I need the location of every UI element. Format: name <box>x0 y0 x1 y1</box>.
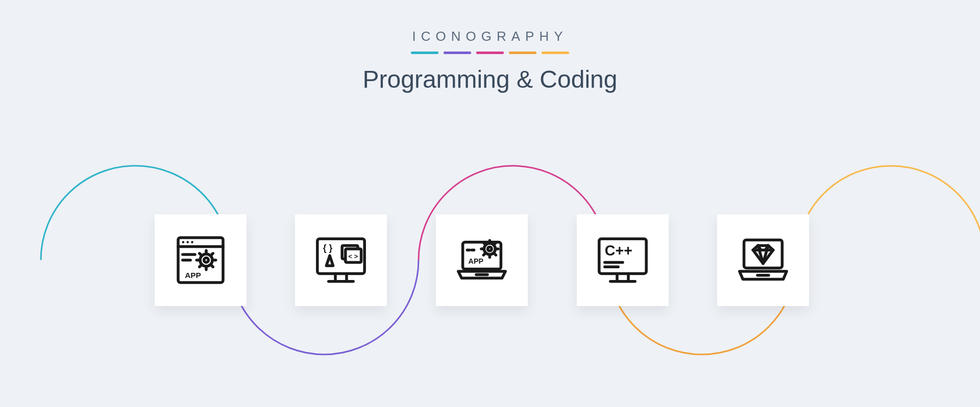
icon-3-text: APP <box>469 257 484 265</box>
svg-point-8 <box>204 258 209 263</box>
svg-line-13 <box>200 253 202 256</box>
bar-3 <box>476 52 504 54</box>
monitor-code-layers-icon: { } < > <box>313 232 369 288</box>
icon-tile-1: APP <box>155 214 247 306</box>
svg-line-14 <box>211 265 213 267</box>
svg-line-38 <box>494 243 496 245</box>
svg-marker-22 <box>326 256 333 266</box>
svg-line-15 <box>200 265 202 267</box>
arc-5 <box>796 166 980 260</box>
svg-point-2 <box>182 241 184 243</box>
svg-point-3 <box>187 241 189 243</box>
color-bars <box>0 52 980 54</box>
svg-line-37 <box>483 253 485 255</box>
icon-tile-3: APP <box>436 214 528 306</box>
svg-line-36 <box>494 253 496 255</box>
icon-tile-4: C++ <box>577 214 669 306</box>
bar-1 <box>411 52 438 54</box>
brand-text: ICONOGRAPHY <box>0 29 980 44</box>
svg-text:{ }: { } <box>323 243 333 253</box>
svg-point-30 <box>488 247 492 251</box>
icon-tile-2: { } < > <box>295 214 387 306</box>
laptop-diamond-icon <box>735 232 791 288</box>
svg-line-35 <box>483 243 485 245</box>
stage: ICONOGRAPHY Programming & Coding <box>0 0 980 407</box>
svg-text:< >: < > <box>348 252 358 260</box>
monitor-cpp-icon: C++ <box>595 232 651 288</box>
svg-point-4 <box>191 241 193 243</box>
page-title: Programming & Coding <box>0 65 980 93</box>
icon-4-text: C++ <box>605 242 632 259</box>
svg-line-16 <box>211 253 213 256</box>
app-window-gear-icon: APP <box>173 232 229 288</box>
icon-1-text: APP <box>185 271 201 279</box>
header: ICONOGRAPHY Programming & Coding <box>0 29 980 93</box>
bar-5 <box>542 52 569 54</box>
bar-4 <box>509 52 536 54</box>
icon-tile-5 <box>717 214 809 306</box>
laptop-app-gear-icon: APP <box>454 232 510 288</box>
bar-2 <box>444 52 471 54</box>
